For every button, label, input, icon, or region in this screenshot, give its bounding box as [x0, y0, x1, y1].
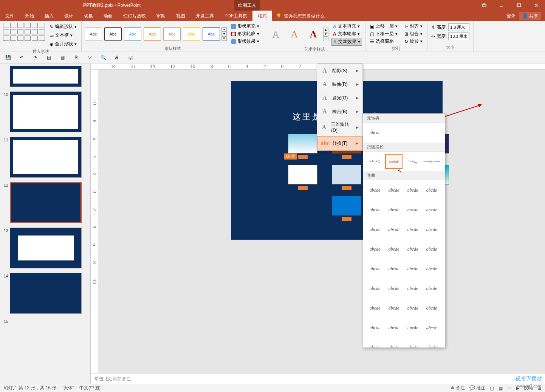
- warp-4-3[interactable]: abcde: [404, 242, 421, 257]
- warp-6-2[interactable]: abcde: [385, 281, 403, 296]
- warp-9-3[interactable]: abcde: [404, 340, 421, 348]
- warp-2-2[interactable]: abcde: [385, 202, 403, 217]
- warp-7-3[interactable]: abcde: [404, 301, 421, 316]
- tab-developer[interactable]: 开发工具: [190, 11, 219, 21]
- slide-thumb-10[interactable]: [10, 91, 82, 132]
- tab-review[interactable]: 审阅: [151, 11, 171, 21]
- warp-7-1[interactable]: abcde: [366, 301, 384, 316]
- tab-insert[interactable]: 插入: [39, 11, 59, 21]
- warp-2-1[interactable]: abcde: [366, 202, 384, 217]
- warp-7-2[interactable]: abcde: [385, 301, 403, 316]
- warp-8-4[interactable]: abcde: [421, 320, 442, 335]
- tab-file[interactable]: 文件: [0, 11, 20, 21]
- wordart-style-3[interactable]: A: [305, 28, 322, 41]
- grid-img-6[interactable]: [332, 165, 361, 184]
- text-fill-button[interactable]: A文本填充 ▾: [331, 23, 362, 30]
- text-outline-button[interactable]: A文本轮廓 ▾: [331, 30, 362, 37]
- warp-2-3[interactable]: abcde: [404, 205, 421, 215]
- warp-6-4[interactable]: abcde: [423, 281, 440, 296]
- warp-3-1[interactable]: abcde: [366, 222, 384, 237]
- shape-style-4[interactable]: Abc: [144, 27, 161, 41]
- warp-8-2[interactable]: abcde: [385, 320, 403, 335]
- style-gallery-nav[interactable]: ▲▼≡: [221, 27, 227, 41]
- shapes-gallery[interactable]: [3, 23, 46, 48]
- tab-slideshow[interactable]: 幻灯片放映: [118, 11, 151, 21]
- shape-effects-button[interactable]: 形状效果 ▾: [230, 38, 261, 45]
- shape-style-5[interactable]: Abc: [163, 27, 181, 41]
- login-button[interactable]: 登录: [506, 13, 516, 19]
- shape-style-1[interactable]: Abc: [85, 27, 102, 41]
- ribbon-options-icon[interactable]: [475, 0, 493, 11]
- grid-img-5[interactable]: [288, 165, 317, 184]
- width-input[interactable]: [448, 33, 469, 40]
- warp-4-4[interactable]: abcde: [423, 242, 440, 257]
- slide-thumb-12[interactable]: [10, 182, 82, 223]
- merge-shapes-button[interactable]: ◉合并形状 ▾: [48, 40, 78, 48]
- qat-btn-8[interactable]: 🔍: [100, 54, 107, 61]
- slide-thumb-9[interactable]: [10, 66, 82, 87]
- align-button[interactable]: ⊫对齐 ▾: [403, 23, 424, 30]
- wordart-gallery[interactable]: A A A: [267, 28, 322, 41]
- warp-3-3[interactable]: abcde: [404, 222, 421, 237]
- rotate-button[interactable]: ↻旋转 ▾: [403, 38, 424, 45]
- shape-fill-button[interactable]: 形状填充 ▾: [230, 23, 261, 30]
- menu-transform[interactable]: abc转换(T)▶: [317, 136, 362, 150]
- edit-shape-button[interactable]: ✎编辑形状 ▾: [48, 23, 78, 31]
- tab-design[interactable]: 设计: [59, 11, 79, 21]
- send-backward-button[interactable]: ▢下移一层 ▾: [368, 30, 399, 37]
- shape-outline-button[interactable]: 形状轮廓 ▾: [230, 30, 261, 37]
- warp-5-1[interactable]: abcde: [366, 261, 384, 276]
- minimize-button[interactable]: [493, 0, 510, 11]
- warp-9-1[interactable]: abcde: [366, 340, 384, 348]
- warp-5-3[interactable]: abcde: [404, 261, 421, 276]
- tab-format[interactable]: 格式: [252, 11, 272, 21]
- close-button[interactable]: [528, 0, 545, 11]
- wordart-style-1[interactable]: A: [267, 28, 284, 41]
- shape-styles-gallery[interactable]: Abc Abc Abc Abc Abc Abc Abc: [85, 27, 220, 41]
- textbox-button[interactable]: ▭文本框 ▾: [48, 31, 78, 39]
- warp-2-4[interactable]: abcde: [423, 205, 440, 215]
- slide-panel[interactable]: 10 11 12 13 14 15: [0, 64, 91, 384]
- grid-img-9[interactable]: [332, 196, 361, 215]
- transform-path-4[interactable]: abcdefghijklmn: [423, 154, 440, 169]
- notes-area[interactable]: 单击此处添加备注: [91, 373, 545, 384]
- height-input[interactable]: [448, 23, 469, 31]
- tell-me-search[interactable]: 💡 告诉我您想要做什么...: [276, 13, 328, 19]
- shape-style-2[interactable]: Abc: [104, 27, 122, 41]
- warp-6-3[interactable]: abcde: [404, 281, 421, 296]
- tab-view[interactable]: 视图: [171, 11, 190, 21]
- menu-3d-rotation[interactable]: A三维旋转(D)▶: [317, 118, 362, 136]
- shape-style-6[interactable]: Abc: [183, 27, 200, 41]
- menu-reflection[interactable]: A映像(R)▶: [317, 77, 362, 91]
- wordart-gallery-nav[interactable]: ▲▼≡: [323, 28, 328, 41]
- shape-style-3[interactable]: Abc: [124, 27, 141, 41]
- group-button[interactable]: ⊞组合 ▾: [403, 30, 424, 37]
- qat-btn-7[interactable]: ▽: [86, 54, 93, 61]
- tab-home[interactable]: 开始: [20, 11, 39, 21]
- transform-path-2[interactable]: abcdefg: [385, 154, 403, 169]
- warp-1-3[interactable]: abcde: [404, 183, 421, 198]
- share-button[interactable]: 👤 共享: [519, 12, 541, 20]
- warp-8-3[interactable]: abcde: [403, 320, 423, 335]
- wordart-style-2[interactable]: A: [286, 28, 303, 41]
- warp-6-1[interactable]: abcde: [366, 281, 384, 296]
- selection-pane-button[interactable]: ☰选择窗格: [368, 38, 399, 45]
- tab-transitions[interactable]: 切换: [79, 11, 98, 21]
- warp-8-1[interactable]: abcde: [366, 320, 384, 335]
- qat-btn-9[interactable]: 🖨: [113, 54, 120, 61]
- warp-4-2[interactable]: abcde: [385, 242, 403, 257]
- menu-glow[interactable]: A发光(G)▶: [317, 91, 362, 105]
- transform-path-1[interactable]: ͨ abcdefg: [366, 154, 384, 169]
- warp-5-2[interactable]: abcde: [385, 261, 403, 276]
- tab-pdf[interactable]: PDF工具集: [219, 11, 252, 21]
- warp-9-2[interactable]: abcde: [385, 340, 403, 348]
- qat-btn-10[interactable]: 📊: [127, 54, 134, 61]
- warp-1-4[interactable]: abcde: [423, 183, 440, 198]
- warp-7-4[interactable]: abcde: [423, 301, 440, 316]
- warp-3-2[interactable]: abcde: [384, 222, 404, 237]
- warp-3-4[interactable]: abcde: [423, 222, 440, 237]
- transform-path-3[interactable]: ○abcde: [403, 152, 423, 171]
- warp-5-4[interactable]: abcde: [423, 261, 440, 276]
- text-effects-button[interactable]: A文本效果 ▾: [331, 38, 362, 46]
- transform-none[interactable]: abcde: [366, 125, 384, 140]
